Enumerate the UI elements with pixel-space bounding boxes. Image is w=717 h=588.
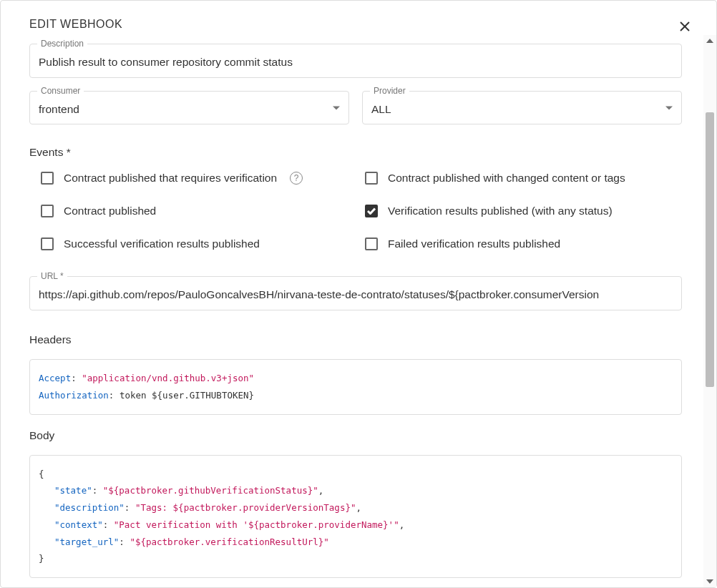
scrollbar[interactable]	[703, 35, 716, 587]
scroll-up-button[interactable]	[703, 35, 716, 46]
event-item: Contract published with changed content …	[365, 172, 682, 185]
chevron-down-icon	[665, 106, 673, 109]
event-item: Failed verification results published	[365, 237, 682, 250]
event-checkbox[interactable]	[41, 172, 54, 185]
event-label: Verification results published (with any…	[388, 205, 613, 217]
provider-value: ALL	[371, 102, 673, 117]
close-button[interactable]	[676, 18, 693, 35]
event-checkbox[interactable]	[365, 237, 378, 250]
url-value: https://api.github.com/repos/PauloGoncal…	[39, 287, 673, 303]
edit-webhook-modal: EDIT WEBHOOK Description Publish result …	[0, 0, 717, 588]
modal-title: EDIT WEBHOOK	[29, 18, 122, 31]
caret-down-icon	[706, 579, 713, 584]
body-section-label: Body	[29, 429, 682, 442]
description-field[interactable]: Description Publish result to consumer r…	[29, 44, 682, 78]
url-field[interactable]: URL * https://api.github.com/repos/Paulo…	[29, 276, 682, 310]
headers-code[interactable]: Accept: "application/vnd.github.v3+json"…	[29, 359, 682, 415]
event-item: Contract published	[41, 205, 358, 217]
events-grid: Contract published that requires verific…	[41, 172, 682, 250]
event-item: Contract published that requires verific…	[41, 172, 358, 185]
svg-marker-3	[706, 579, 713, 584]
provider-label: Provider	[370, 86, 409, 96]
event-checkbox[interactable]	[41, 205, 54, 217]
chevron-down-icon	[333, 106, 340, 109]
event-label: Contract published with changed content …	[388, 172, 625, 185]
checkmark-icon	[367, 207, 376, 215]
event-item: Verification results published (with any…	[365, 205, 682, 217]
body-code[interactable]: { "state": "${pactbroker.githubVerificat…	[29, 455, 682, 579]
event-label: Failed verification results published	[388, 237, 560, 250]
help-icon[interactable]: ?	[290, 172, 303, 185]
event-checkbox[interactable]	[41, 237, 54, 250]
modal-content: Description Publish result to consumer r…	[1, 35, 703, 587]
headers-section-label: Headers	[29, 333, 682, 346]
events-section-label: Events *	[29, 146, 682, 159]
event-checkbox[interactable]	[365, 205, 378, 217]
event-item: Successful verification results publishe…	[41, 237, 358, 250]
close-icon	[679, 21, 691, 32]
description-label: Description	[37, 39, 87, 49]
description-value: Publish result to consumer repository co…	[39, 54, 673, 70]
consumer-value: frontend	[39, 102, 340, 117]
event-label: Successful verification results publishe…	[64, 237, 260, 250]
caret-up-icon	[706, 39, 713, 43]
event-checkbox[interactable]	[365, 172, 378, 185]
consumer-select[interactable]: Consumer frontend	[29, 91, 349, 125]
modal-header: EDIT WEBHOOK	[1, 1, 716, 35]
consumer-label: Consumer	[37, 86, 84, 96]
event-label: Contract published	[64, 205, 156, 217]
provider-select[interactable]: Provider ALL	[362, 91, 682, 125]
scroll-thumb[interactable]	[706, 112, 714, 387]
svg-marker-2	[706, 39, 713, 43]
event-label: Contract published that requires verific…	[64, 172, 277, 185]
url-label: URL *	[37, 271, 67, 281]
scroll-down-button[interactable]	[703, 576, 716, 587]
